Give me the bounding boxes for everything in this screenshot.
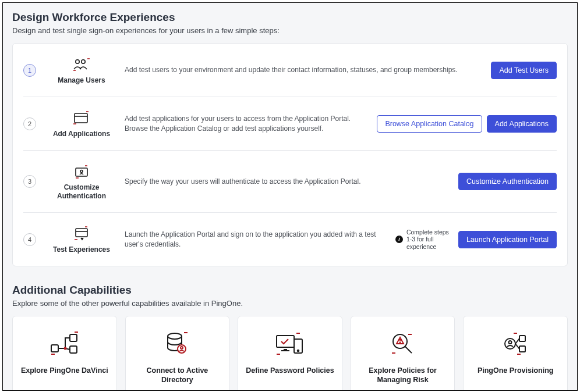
step-iconlabel: Test Experiences (44, 224, 119, 254)
workforce-section: Design Workforce Experiences Design and … (12, 11, 568, 266)
step-row-add-applications: 2 Add (23, 97, 557, 151)
section-subtitle: Design and test single sign-on experienc… (12, 26, 568, 35)
test-icon (44, 224, 119, 243)
capability-label: Explore Policies for Managing Risk (357, 366, 449, 384)
step-number-badge: 2 (23, 117, 36, 130)
svg-rect-16 (51, 345, 58, 352)
step-label: Test Experiences (44, 245, 119, 254)
svg-point-19 (63, 347, 66, 350)
launch-portal-button[interactable]: Launch Application Portal (458, 231, 557, 248)
step-row-test-experiences: 4 (23, 213, 557, 266)
hint-text: Complete steps 1-3 for full experience (406, 229, 454, 251)
svg-rect-18 (70, 346, 77, 353)
svg-rect-42 (519, 346, 525, 352)
svg-point-30 (298, 350, 299, 352)
step-actions: Browse Application Catalog Add Applicati… (377, 115, 557, 133)
add-applications-button[interactable]: Add Applications (487, 115, 557, 133)
svg-point-36 (399, 342, 400, 343)
step-row-manage-users: 1 (23, 44, 557, 97)
svg-rect-41 (519, 336, 525, 341)
provisioning-icon (469, 329, 561, 358)
step-iconlabel: Customize Authentication (44, 162, 119, 201)
step-label: Customize Authentication (44, 183, 119, 201)
password-icon (244, 329, 336, 358)
svg-point-0 (76, 60, 79, 63)
users-icon (44, 55, 119, 74)
capability-password[interactable]: Define Password Policies (238, 316, 342, 391)
step-row-customize-auth: 3 (23, 151, 557, 213)
step-description: Add test users to your environment and u… (125, 65, 491, 75)
svg-line-44 (515, 344, 519, 349)
browse-catalog-button[interactable]: Browse Application Catalog (377, 115, 482, 133)
step-number-badge: 1 (23, 64, 36, 77)
svg-rect-17 (70, 334, 77, 341)
add-test-users-button[interactable]: Add Test Users (491, 62, 557, 79)
step-actions: i Complete steps 1-3 for full experience… (395, 229, 557, 251)
svg-line-34 (405, 347, 412, 353)
capability-risk[interactable]: Explore Policies for Managing Risk (351, 316, 455, 391)
step-actions: Customize Authentication (458, 173, 557, 190)
applications-icon (44, 109, 119, 127)
svg-line-43 (515, 338, 519, 344)
svg-point-22 (168, 333, 182, 339)
capability-label: PingOne Provisioning (469, 366, 561, 376)
additional-title: Additional Capabilities (12, 284, 568, 297)
capability-label: Connect to Active Directory (132, 366, 224, 384)
risk-icon (357, 329, 449, 358)
step-iconlabel: Manage Users (44, 55, 119, 85)
svg-rect-12 (76, 229, 87, 237)
directory-icon (132, 329, 224, 358)
capabilities-grid: Explore PingOne DaVinci (12, 316, 568, 391)
customize-auth-button[interactable]: Customize Authentication (458, 173, 557, 190)
svg-point-9 (80, 170, 83, 173)
svg-point-1 (82, 60, 85, 63)
capability-davinci[interactable]: Explore PingOne DaVinci (12, 316, 117, 391)
info-icon: i (395, 236, 403, 243)
step-number-badge: 4 (23, 233, 36, 246)
davinci-icon (19, 329, 111, 358)
step-label: Add Applications (44, 130, 119, 138)
capability-provisioning[interactable]: PingOne Provisioning (463, 316, 568, 391)
step-iconlabel: Add Applications (44, 109, 119, 138)
svg-rect-4 (75, 113, 87, 123)
auth-icon (44, 162, 119, 181)
additional-subtitle: Explore some of the other powerful capab… (12, 299, 568, 308)
step-number-badge: 3 (23, 175, 36, 188)
step-label: Manage Users (44, 76, 119, 85)
section-title: Design Workforce Experiences (12, 11, 568, 24)
capability-label: Explore PingOne DaVinci (19, 366, 111, 376)
additional-section: Additional Capabilities Explore some of … (12, 284, 568, 391)
steps-card: 1 (12, 43, 568, 266)
step-description: Launch the Application Portal and sign o… (125, 230, 395, 250)
step-description: Specify the way your users will authenti… (125, 177, 458, 187)
svg-point-40 (509, 341, 512, 344)
capability-label: Define Password Policies (244, 366, 336, 376)
capability-directory[interactable]: Connect to Active Directory (125, 316, 230, 391)
step-description: Add test applications for your users to … (125, 114, 377, 134)
main-panel: Design Workforce Experiences Design and … (2, 2, 578, 391)
step-actions: Add Test Users (491, 62, 557, 79)
completion-hint: i Complete steps 1-3 for full experience (395, 229, 454, 251)
